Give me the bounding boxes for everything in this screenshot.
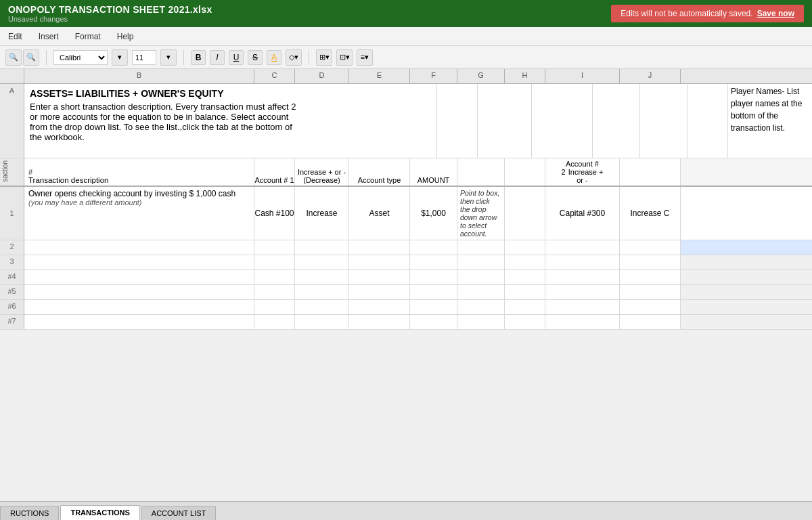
increase-cell-6[interactable] [295,300,349,314]
desc-cell-7[interactable] [24,315,254,329]
menu-format[interactable]: Format [72,30,104,43]
acct-type-cell-2[interactable] [349,240,410,255]
empty-h-2 [505,240,545,255]
acct2-cell-6[interactable] [545,300,620,314]
increase2-cell-2[interactable] [620,240,681,255]
acct-type-cell-7[interactable] [349,315,410,329]
table-row-1: 1 Owner opens checking account by invest… [0,187,812,240]
increase2-cell-7[interactable] [620,315,681,329]
amount-cell-2[interactable] [410,240,457,255]
increase-cell-2[interactable] [295,240,349,255]
font-size-input[interactable] [132,50,156,65]
increase2-cell-4[interactable] [620,270,681,284]
desc-cell-2[interactable] [24,240,254,255]
col-header-j: J [620,69,681,83]
increase-cell-7[interactable] [295,315,349,329]
acct-type-cell-5[interactable] [349,285,410,299]
font-name-select[interactable]: Calibri [53,50,108,65]
tab-ructions[interactable]: RUCTIONS [0,506,59,520]
acct-type-header: Account type [349,158,410,186]
amount-cell-4[interactable] [410,270,457,284]
tab-account-list[interactable]: ACCOUNT LIST [141,506,216,520]
font-size-dropdown-icon[interactable]: ▾ [160,49,177,66]
toolbar: 🔍 🔍 Calibri ▾ ▾ B I U S A ◇▾ ⊞▾ ⊡▾ ≡▾ [0,46,812,69]
acct2-cell-3[interactable] [545,255,620,269]
strikethrough-button[interactable]: S [248,50,263,65]
borders-btn[interactable]: ⊞▾ [316,49,332,66]
acct2-cell-4[interactable] [545,270,620,284]
amount-cell-7[interactable] [410,315,457,329]
empty-h-3 [505,255,545,269]
empty-h [687,84,728,158]
acct-type-cell-6[interactable] [349,300,410,314]
tab-transactions[interactable]: TRANSACTIONS [60,505,139,520]
table-row-4[interactable]: #4 [0,270,812,285]
empty-e [532,84,593,158]
acct2-cell-1[interactable]: Capital #300 [545,187,620,240]
desc-cell-4[interactable] [24,270,254,284]
save-notification-text: Edits will not be automatically saved. [621,9,752,18]
col-header-h: H [505,69,545,83]
increase2-cell-3[interactable] [620,255,681,269]
amount-cell-1[interactable]: $1,000 [410,187,457,240]
acct2-cell-2[interactable] [545,240,620,255]
col-header-g: G [457,69,505,83]
acct-type-cell-4[interactable] [349,270,410,284]
table-row-5[interactable]: #5 [0,285,812,300]
increase-cell-1[interactable]: Increase [295,187,349,240]
column-headers: B C D E F G H I J [0,69,812,84]
empty-g-5 [457,285,505,299]
desc-cell-5[interactable] [24,285,254,299]
divider-3 [309,50,309,65]
highlight-btn[interactable]: ◇▾ [286,49,302,66]
table-row-6[interactable]: #6 [0,300,812,315]
bold-button[interactable]: B [191,50,206,65]
menu-help[interactable]: Help [114,30,137,43]
increase2-cell-1[interactable]: Increase C [620,187,681,240]
menu-bar: Edit Insert Format Help [0,27,812,46]
table-row-3[interactable]: 3 [0,255,812,270]
font-name-dropdown-icon[interactable]: ▾ [112,49,128,66]
menu-edit[interactable]: Edit [5,30,25,43]
increase2-cell-5[interactable] [620,285,681,299]
menu-insert[interactable]: Insert [36,30,62,43]
save-now-link[interactable]: Save now [757,9,794,18]
table-row-7[interactable]: #7 [0,315,812,330]
search-icon[interactable]: 🔍 [5,49,22,66]
info-box-cell: Player Names- List player names at the b… [728,84,812,158]
increase-header: Increase + or - (Decrease) [295,158,349,186]
acct-type-cell-3[interactable] [349,255,410,269]
increase-cell-3[interactable] [295,255,349,269]
divider-1 [46,50,47,65]
table-row-2[interactable]: 2 [0,240,812,255]
font-color-button[interactable]: A [267,50,281,65]
search-icon-2[interactable]: 🔍 [23,49,39,66]
amount-cell-5[interactable] [410,285,457,299]
acct1-cell-7[interactable] [254,315,295,329]
increase2-cell-6[interactable] [620,300,681,314]
increase-cell-5[interactable] [295,285,349,299]
increase-cell-4[interactable] [295,270,349,284]
amount-cell-3[interactable] [410,255,457,269]
underline-button[interactable]: U [229,50,244,65]
acct-type-cell-1[interactable]: Asset [349,187,410,240]
info-line3: bottom of the [731,110,812,122]
acct2-cell-7[interactable] [545,315,620,329]
acct1-cell-6[interactable] [254,300,295,314]
italic-button[interactable]: I [210,50,225,65]
col-header-c: C [254,69,295,83]
acct2-cell-5[interactable] [545,285,620,299]
acct1-cell-1[interactable]: Cash #100 [254,187,295,240]
acct-type-label: Account type [358,176,401,184]
acct1-cell-3[interactable] [254,255,295,269]
acct1-cell-2[interactable] [254,240,295,255]
spreadsheet: B C D E F G H I J A ASSETS= LIABILITIES … [0,69,812,501]
desc-cell-3[interactable] [24,255,254,269]
acct1-cell-4[interactable] [254,270,295,284]
desc-cell-1[interactable]: Owner opens checking account by investin… [24,187,254,240]
acct1-cell-5[interactable] [254,285,295,299]
align-left-btn[interactable]: ≡▾ [357,49,373,66]
desc-cell-6[interactable] [24,300,254,314]
amount-cell-6[interactable] [410,300,457,314]
merge-btn[interactable]: ⊡▾ [336,49,353,66]
